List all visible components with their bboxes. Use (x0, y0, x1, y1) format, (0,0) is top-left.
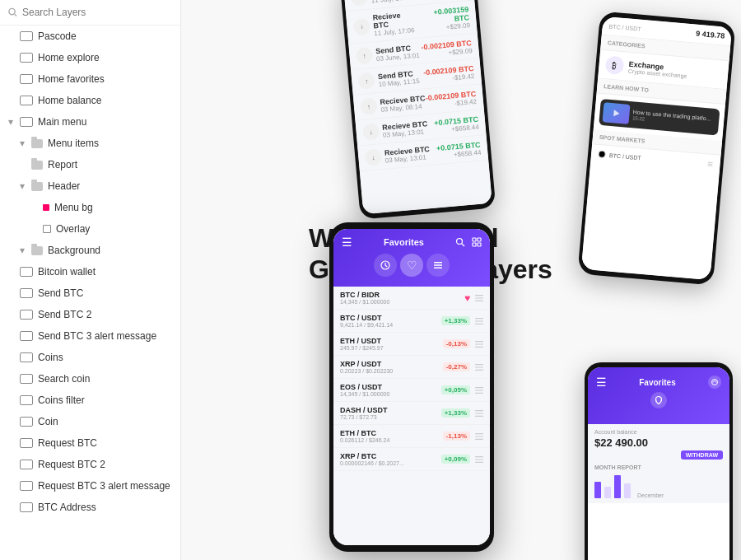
layer-item-request-btc-2[interactable]: Request BTC 2 (0, 454, 180, 475)
coin-pair: ETH / BTC (340, 429, 389, 437)
withdraw-button[interactable]: WITHDRAW (681, 450, 723, 460)
layer-label: Request BTC (38, 437, 97, 449)
svg-point-0 (9, 8, 15, 14)
layer-label: Send BTC 3 alert message (38, 330, 156, 342)
search-bar[interactable] (0, 0, 180, 26)
layer-label: Coins filter (38, 394, 85, 406)
layer-label: BTC Address (38, 502, 96, 513)
layer-label: Coin (38, 416, 58, 427)
layer-label: Search coin (38, 373, 90, 385)
coin-sub: 245.97 / $245.97 (340, 345, 384, 351)
screen-icon (20, 417, 33, 427)
tx-icon: ↓ (353, 17, 371, 35)
screen-icon (20, 74, 33, 84)
layer-item-report[interactable]: Report (0, 154, 180, 175)
chevron-icon: ▾ (18, 246, 26, 254)
coin-row: BTC / USDT 9,421.14 / $9,421.14 +1,33% (333, 310, 490, 333)
layer-label: Background (48, 245, 100, 256)
layer-item-home-explore[interactable]: Home explore (0, 47, 180, 68)
screen-icon (20, 352, 33, 362)
phone-mockup-3: BTC / USDT 9 419.78 CATEGORIES ₿ Exchang… (577, 11, 735, 285)
layer-item-coins-filter[interactable]: Coins filter (0, 390, 180, 411)
tx-icon: ↑ (356, 47, 374, 65)
svg-line-1 (15, 14, 16, 16)
svg-rect-26 (475, 392, 483, 393)
svg-rect-38 (708, 163, 713, 165)
coin-change: +0,09% (441, 455, 470, 464)
how-to-thumbnail (603, 102, 631, 124)
coin-change: -1,13% (443, 432, 470, 441)
svg-rect-17 (475, 323, 483, 324)
tx-icon: ↓ (365, 148, 383, 166)
layer-item-coins[interactable]: Coins (0, 347, 180, 368)
layer-label: Overlay (56, 223, 90, 235)
layer-item-background[interactable]: ▾ Background (0, 240, 180, 261)
layer-label: Bitcoin wallet (38, 266, 96, 278)
layer-item-menu-items[interactable]: ▾ Menu items (0, 133, 180, 154)
layer-item-pascode[interactable]: Pascode (0, 26, 180, 47)
svg-rect-35 (475, 461, 483, 462)
chevron-icon: ▾ (18, 139, 26, 147)
layer-label: Pascode (38, 30, 77, 42)
layer-item-send-btc-3[interactable]: Send BTC 3 alert message (0, 325, 180, 347)
search-layers-input[interactable] (22, 7, 172, 18)
coin-sub: 9,421.14 / $9,421.14 (340, 322, 393, 328)
svg-rect-6 (473, 243, 476, 246)
layer-item-header[interactable]: ▾ Header (0, 175, 180, 197)
coin-pair: DASH / USDT (340, 406, 388, 414)
screen-icon (20, 31, 33, 41)
svg-rect-22 (475, 366, 483, 367)
layer-label: Home favorites (38, 73, 105, 85)
layer-label: Report (48, 159, 77, 170)
layer-item-request-btc[interactable]: Request BTC (0, 432, 180, 454)
svg-rect-20 (475, 346, 483, 347)
svg-point-2 (457, 239, 463, 245)
layer-item-main-menu[interactable]: ▾ Main menu (0, 111, 180, 133)
menu-dots-icon (475, 386, 483, 394)
svg-rect-10 (434, 264, 442, 266)
screen-icon (20, 267, 33, 277)
svg-rect-13 (475, 297, 483, 298)
screen-icon (20, 502, 33, 512)
svg-rect-14 (475, 300, 483, 301)
menu-dots-icon (475, 363, 483, 371)
layer-item-send-btc-2[interactable]: Send BTC 2 (0, 304, 180, 325)
svg-rect-37 (708, 161, 713, 163)
layer-item-btc-address[interactable]: BTC Address (0, 497, 180, 518)
coin-change: +1,33% (441, 408, 470, 418)
coin-row: DASH / USDT 72,73 / $72.73 +1,33% (333, 402, 490, 425)
screen-icon (20, 331, 33, 341)
coin-pair: BTC / BIDR (340, 291, 389, 299)
coin-pair: XRP / USDT (340, 360, 393, 368)
screen-icon (20, 288, 33, 298)
folder-icon (31, 161, 43, 170)
svg-rect-9 (434, 262, 442, 264)
layer-label: Home explore (38, 52, 100, 63)
layer-label: Request BTC 2 (38, 459, 105, 470)
layer-item-request-btc-3[interactable]: Request BTC 3 alert message (0, 475, 180, 497)
phone-mockup-4: ☰ Favorites Account balance $22 490.00 W (585, 362, 733, 560)
layer-item-coin[interactable]: Coin (0, 411, 180, 432)
layer-item-home-balance[interactable]: Home balance (0, 90, 180, 111)
layer-item-bitcoin-wallet[interactable]: Bitcoin wallet (0, 261, 180, 282)
coin-sub: 0.026112 / $246.24 (340, 437, 389, 443)
layer-item-home-favorites[interactable]: Home favorites (0, 68, 180, 90)
folder-icon (31, 246, 43, 255)
layer-item-send-btc[interactable]: Send BTC (0, 282, 180, 304)
svg-rect-24 (475, 387, 483, 388)
layer-item-search-coin[interactable]: Search coin (0, 368, 180, 390)
chevron-icon: ▾ (7, 118, 15, 126)
rect-pink-icon (43, 204, 49, 211)
svg-rect-15 (475, 318, 483, 319)
layer-item-overlay[interactable]: Overlay (0, 218, 180, 240)
coin-row: XRP / BTC 0.000002146 / $0.2027... +0,09… (333, 448, 490, 471)
screen-icon (20, 96, 33, 105)
svg-rect-12 (475, 295, 483, 296)
screen-icon (20, 310, 33, 320)
coin-change: +0,05% (441, 385, 470, 394)
coin-sub: 14,345 / $1.000000 (340, 299, 389, 305)
svg-rect-23 (475, 369, 483, 370)
layer-item-menu-bg[interactable]: Menu bg (0, 197, 180, 218)
coin-pair: XRP / BTC (340, 452, 404, 460)
layer-label: Main menu (38, 116, 86, 128)
